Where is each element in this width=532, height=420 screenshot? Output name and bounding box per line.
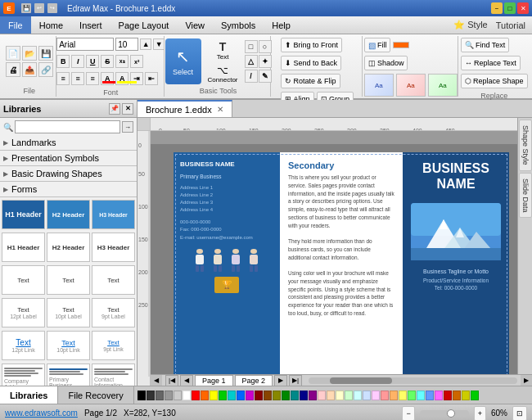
quick-access-redo[interactable]: ↪ — [47, 3, 57, 13]
shape-h3-header-2[interactable]: H3 Header — [92, 233, 135, 262]
select-button[interactable]: ↖ Select — [165, 38, 201, 84]
save-button[interactable]: 💾 — [38, 46, 53, 61]
shape-tool-2[interactable]: ○ — [259, 40, 272, 53]
shape-text-1[interactable]: Text — [2, 265, 45, 295]
link-12pt[interactable]: Text — [16, 338, 30, 347]
swatch-8[interactable] — [210, 391, 218, 400]
rotate-flip-button[interactable]: ↻ Rotate & Flip — [281, 74, 340, 88]
shape-tool-6[interactable]: ✎ — [259, 70, 272, 83]
fit-page-btn[interactable]: ⊡ — [512, 406, 527, 421]
shape-text-2[interactable]: Text — [47, 265, 90, 295]
font-size-up[interactable]: ▲ — [140, 38, 151, 50]
library-item-basic-drawing[interactable]: ▶ Basic Drawing Shapes — [0, 167, 137, 180]
swatch-1[interactable] — [147, 391, 155, 400]
swatch-21[interactable] — [327, 391, 335, 400]
swatch-27[interactable] — [381, 391, 389, 400]
underline-button[interactable]: U — [86, 55, 99, 68]
shape-primary-business[interactable]: Primary Business — [47, 364, 90, 386]
shape-text-3[interactable]: Text — [92, 265, 135, 295]
swatch-11[interactable] — [237, 391, 245, 400]
menu-symbols[interactable]: Symbols — [213, 16, 264, 34]
shape-tool-5[interactable]: / — [245, 70, 258, 83]
swatch-23[interactable] — [345, 391, 353, 400]
search-button[interactable]: → — [122, 121, 133, 133]
horizontal-scrollbar[interactable]: ◀ |◀ ◀ Page 1 Page 2 ▶ ▶| ▶ — [151, 374, 532, 386]
strikethrough-button[interactable]: S — [101, 55, 114, 68]
shadow-button[interactable]: ◫ Shadow — [364, 56, 408, 70]
swatch-25[interactable] — [363, 391, 371, 400]
h-scroll-track[interactable] — [309, 377, 517, 384]
maximize-button[interactable]: □ — [504, 2, 516, 14]
send-to-back-button[interactable]: ⬇ Send to Back — [281, 56, 341, 70]
swatch-37[interactable] — [471, 391, 479, 400]
swatch-33[interactable] — [435, 391, 443, 400]
swatch-12[interactable] — [246, 391, 254, 400]
align-left[interactable]: ≡ — [56, 72, 70, 85]
swatch-14[interactable] — [264, 391, 272, 400]
close-button[interactable]: ✕ — [517, 2, 529, 14]
panel-pin-button[interactable]: 📌 — [109, 103, 120, 115]
font-name-input[interactable] — [56, 38, 114, 51]
shape-contact-info[interactable]: Contact Information — [92, 364, 135, 386]
last-page-btn[interactable]: ▶| — [289, 375, 302, 386]
doc-canvas[interactable]: BUSINESS NAME Primary Business Address L… — [151, 144, 532, 386]
shape-tool-3[interactable]: △ — [245, 55, 258, 68]
library-search-input[interactable] — [15, 120, 120, 133]
swatch-7[interactable] — [201, 391, 209, 400]
new-button[interactable]: 📄 — [6, 46, 20, 61]
shape-h1-header-1[interactable]: H1 Header — [2, 200, 45, 229]
swatch-2[interactable] — [156, 391, 164, 400]
quick-access-save[interactable]: 💾 — [21, 3, 31, 13]
shape-12pt-label[interactable]: Text 12pt Label — [2, 298, 45, 327]
shape-12pt-link[interactable]: Text 12pt Link — [2, 331, 45, 360]
bold-button[interactable]: B — [56, 55, 70, 68]
bring-to-front-button[interactable]: ⬆ Bring to Front — [281, 38, 342, 52]
zoom-out-btn[interactable]: − — [402, 406, 414, 421]
page-tab-1[interactable]: Page 1 — [195, 375, 233, 386]
next-page-btn[interactable]: ▶ — [274, 375, 287, 386]
indent-decrease[interactable]: ⇤ — [145, 72, 158, 85]
replace-shape-button[interactable]: ⬡ Replace Shape — [461, 74, 528, 88]
link-10pt[interactable]: Text — [61, 339, 75, 347]
swatch-0[interactable] — [138, 391, 146, 400]
swatch-34[interactable] — [444, 391, 452, 400]
shape-9pt-label[interactable]: Text 9pt Label — [92, 298, 135, 327]
swatch-30[interactable] — [408, 391, 416, 400]
style-preview-3[interactable]: Aa — [428, 74, 458, 97]
swatch-19[interactable] — [309, 391, 317, 400]
shape-h1-header-2[interactable]: H1 Header — [2, 233, 45, 262]
zoom-in-btn[interactable]: + — [474, 406, 486, 421]
swatch-31[interactable] — [417, 391, 425, 400]
export-button[interactable]: 📤 — [22, 62, 37, 77]
library-item-presentation[interactable]: ▶ Presentation Symbols — [0, 151, 137, 165]
swatch-24[interactable] — [354, 391, 362, 400]
swatch-22[interactable] — [336, 391, 344, 400]
find-text-button[interactable]: 🔍 Find Text — [461, 38, 509, 52]
quick-access-undo[interactable]: ↩ — [34, 3, 44, 13]
font-size-input[interactable] — [115, 38, 138, 51]
font-size-down[interactable]: ▼ — [153, 38, 165, 50]
shape-h3-header-1[interactable]: H3 Header — [92, 200, 135, 229]
zoom-slider[interactable] — [420, 410, 469, 417]
prev-page-btn[interactable]: ◀ — [180, 375, 193, 386]
connector-button[interactable]: ⌥ Connector — [205, 63, 241, 84]
menu-page-layout[interactable]: Page Layout — [110, 16, 178, 34]
swatch-16[interactable] — [282, 391, 290, 400]
panel-close-button[interactable]: ✕ — [122, 103, 133, 115]
menu-file[interactable]: File — [0, 16, 31, 34]
shape-h2-header-2[interactable]: H2 Header — [47, 233, 90, 262]
swatch-6[interactable] — [192, 391, 200, 400]
link-9pt[interactable]: Text — [107, 339, 119, 346]
replace-text-button[interactable]: ↔ Replace Text — [461, 56, 521, 70]
tab-libraries[interactable]: Libraries — [0, 386, 58, 404]
swatch-28[interactable] — [390, 391, 398, 400]
text-tool-button[interactable]: T Text — [211, 38, 234, 60]
swatch-5[interactable] — [183, 391, 191, 400]
menu-view[interactable]: View — [177, 16, 213, 34]
font-color-btn[interactable]: A — [101, 72, 114, 85]
swatch-18[interactable] — [300, 391, 308, 400]
swatch-10[interactable] — [228, 391, 236, 400]
minimize-button[interactable]: − — [491, 2, 503, 14]
menu-home[interactable]: Home — [31, 16, 71, 34]
page-tab-2[interactable]: Page 2 — [235, 375, 273, 386]
